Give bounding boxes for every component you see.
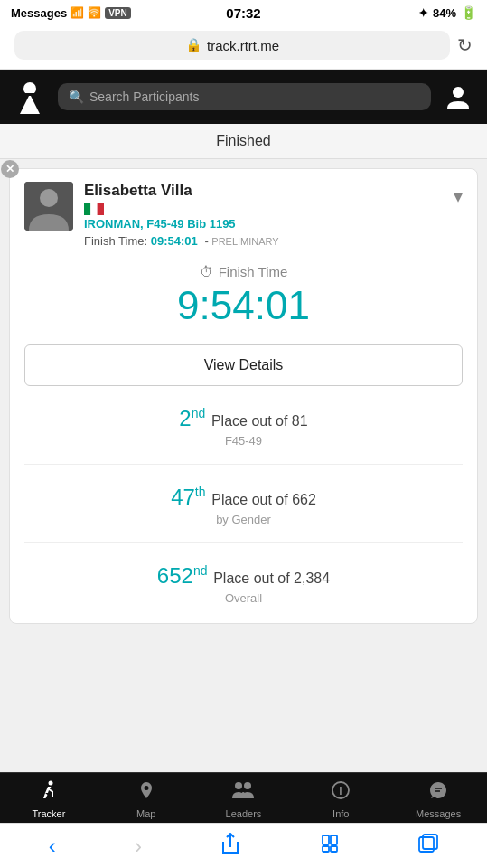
place-category-desc: Place out of 81 — [211, 413, 308, 429]
browser-tabs-button[interactable] — [407, 830, 449, 863]
wifi-icon: 🛜 — [88, 6, 101, 19]
battery-icon: 🔋 — [461, 5, 476, 20]
finished-label: Finished — [216, 133, 270, 148]
svg-point-1 — [23, 82, 36, 95]
map-icon — [136, 780, 156, 806]
browser-bottom-bar: ‹ › — [0, 823, 487, 868]
info-label: Info — [332, 808, 349, 819]
status-left: Messages 📶 🛜 VPN — [11, 6, 131, 20]
finished-header: Finished — [0, 124, 487, 159]
svg-point-5 — [40, 189, 58, 207]
svg-rect-18 — [331, 835, 337, 844]
place-category: 2nd Place out of 81 F45-49 — [24, 406, 463, 448]
finish-time-prefix: Finish Time: — [84, 234, 147, 248]
divider-1 — [24, 464, 463, 465]
share-icon — [220, 833, 240, 854]
browser-share-button[interactable] — [210, 829, 251, 863]
nav-tracker[interactable]: Tracker — [22, 780, 76, 819]
svg-text:i: i — [340, 785, 342, 797]
map-label: Map — [136, 808, 155, 819]
athlete-header: Elisabetta Villa IRONMAN, F45-49 Bib 119… — [24, 182, 463, 248]
nav-messages[interactable]: Messages — [411, 780, 465, 819]
place-overall: 652nd Place out of 2,384 Overall — [24, 563, 463, 605]
clock-icon: ⏱ — [200, 264, 213, 279]
athlete-category: IRONMAN, F45-49 Bib 1195 — [84, 217, 279, 231]
leaders-icon — [231, 780, 255, 806]
tabs-icon — [418, 834, 438, 854]
svg-rect-19 — [323, 846, 329, 852]
nav-map[interactable]: Map — [119, 780, 173, 819]
big-finish-time: 9:54:01 — [24, 283, 463, 328]
logo-svg — [13, 80, 47, 114]
bluetooth-icon: ✦ — [418, 6, 428, 20]
place-category-ordinal: nd — [192, 406, 206, 420]
expand-chevron[interactable]: ▾ — [454, 185, 463, 207]
finish-label-text: Finish Time — [219, 264, 288, 279]
place-gender-ordinal: th — [195, 485, 206, 499]
finish-time-section: ⏱ Finish Time 9:54:01 — [24, 264, 463, 328]
reload-button[interactable]: ↻ — [457, 34, 473, 56]
italy-flag — [84, 203, 104, 215]
divider-2 — [24, 542, 463, 543]
place-overall-sub: Overall — [24, 591, 463, 605]
carrier-label: Messages — [11, 6, 67, 20]
preliminary-badge: - PRELIMINARY — [204, 234, 278, 248]
place-gender-sub: by Gender — [24, 513, 463, 526]
place-overall-ordinal: nd — [193, 563, 208, 578]
vpn-badge: VPN — [105, 7, 131, 19]
svg-rect-7 — [90, 203, 97, 215]
flag-container — [84, 203, 279, 215]
address-bar: 🔒 track.rtrt.me ↻ — [0, 25, 487, 70]
svg-point-9 — [48, 781, 52, 786]
close-button[interactable]: ✕ — [1, 160, 19, 178]
search-bar[interactable]: 🔍 Search Participants — [58, 83, 431, 110]
messages-label: Messages — [416, 808, 461, 819]
place-gender-rank: 47th Place out of 662 — [24, 485, 463, 510]
place-overall-number: 652 — [157, 563, 193, 588]
url-text: track.rtrt.me — [207, 38, 279, 53]
place-gender-number: 47 — [171, 485, 195, 509]
status-right: ✦ 84% 🔋 — [418, 5, 476, 20]
status-time: 07:32 — [226, 5, 260, 21]
messages-svg — [428, 780, 448, 800]
athlete-left: Elisabetta Villa IRONMAN, F45-49 Bib 119… — [24, 182, 279, 248]
place-category-sub: F45-49 — [24, 434, 463, 448]
app-header: 🔍 Search Participants — [0, 70, 487, 124]
place-overall-rank: 652nd Place out of 2,384 — [24, 563, 463, 589]
finish-time-line: Finish Time: 09:54:01 - PRELIMINARY — [84, 234, 279, 248]
svg-rect-20 — [331, 846, 337, 852]
place-category-number: 2 — [179, 406, 191, 430]
nav-info[interactable]: i Info — [314, 780, 368, 819]
finish-time-value: 09:54:01 — [151, 234, 198, 248]
svg-rect-8 — [98, 203, 104, 215]
battery-label: 84% — [433, 6, 456, 20]
avatar-svg — [24, 182, 73, 231]
view-details-button[interactable]: View Details — [24, 344, 463, 386]
user-profile-button[interactable] — [442, 80, 474, 113]
place-overall-desc: Place out of 2,384 — [213, 571, 330, 586]
search-icon: 🔍 — [69, 90, 84, 104]
info-svg: i — [331, 780, 351, 800]
svg-rect-2 — [23, 93, 36, 96]
browser-bookmarks-button[interactable] — [309, 830, 351, 863]
avatar — [24, 182, 73, 231]
url-pill[interactable]: 🔒 track.rtrt.me — [14, 31, 450, 60]
athlete-card: ✕ Elisabetta Villa — [9, 168, 478, 624]
info-icon: i — [331, 780, 351, 806]
bookmarks-icon — [320, 834, 340, 854]
browser-forward-button[interactable]: › — [124, 830, 153, 863]
browser-back-button[interactable]: ‹ — [38, 830, 67, 863]
nav-leaders[interactable]: Leaders — [216, 780, 270, 819]
place-category-rank: 2nd Place out of 81 — [24, 406, 463, 431]
svg-rect-6 — [84, 203, 90, 215]
tracker-icon — [39, 780, 59, 806]
user-icon — [445, 83, 472, 110]
place-gender-desc: Place out of 662 — [211, 492, 316, 507]
leaders-svg — [231, 780, 255, 800]
tracker-label: Tracker — [32, 808, 65, 819]
status-bar: Messages 📶 🛜 VPN 07:32 ✦ 84% 🔋 — [0, 0, 487, 25]
svg-rect-17 — [323, 835, 329, 844]
leaders-label: Leaders — [226, 808, 262, 819]
bottom-nav: Tracker Map Leaders i Info — [0, 772, 487, 823]
lock-icon: 🔒 — [185, 37, 202, 53]
